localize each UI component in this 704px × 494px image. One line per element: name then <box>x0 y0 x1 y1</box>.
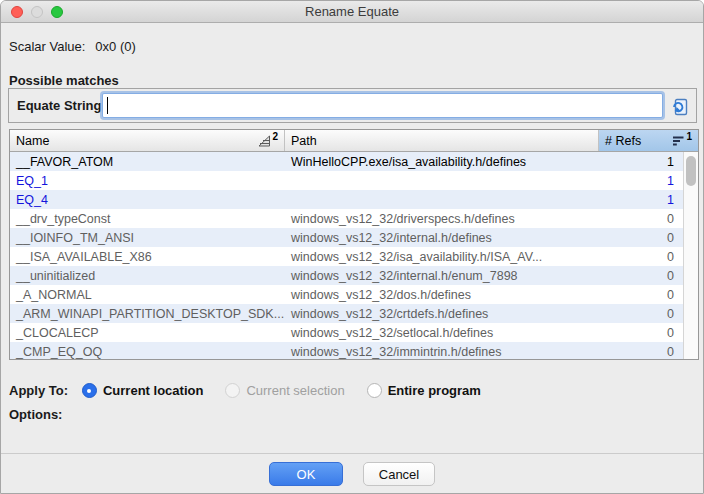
matches-table: Name 2 Path # Refs 1 <box>9 129 699 360</box>
cell-name: EQ_1 <box>10 174 285 188</box>
cell-refs: 0 <box>599 345 683 359</box>
ok-button[interactable]: OK <box>269 462 343 486</box>
sort-descending-icon <box>672 135 685 147</box>
cell-refs: 0 <box>599 250 683 264</box>
column-header-path[interactable]: Path <box>285 130 599 151</box>
scalar-value-row: Scalar Value:0x0 (0) <box>9 39 136 54</box>
cell-path: windows_vs12_32/immintrin.h/defines <box>285 345 599 359</box>
column-header-name[interactable]: Name 2 <box>10 130 285 151</box>
table-header: Name 2 Path # Refs 1 <box>10 130 698 152</box>
cell-name: __ISA_AVAILABLE_X86 <box>10 250 285 264</box>
cell-refs: 1 <box>599 193 683 207</box>
cell-path: windows_vs12_32/setlocal.h/defines <box>285 326 599 340</box>
cell-refs: 0 <box>599 212 683 226</box>
cell-name: _CMP_EQ_OQ <box>10 345 285 359</box>
cancel-button[interactable]: Cancel <box>363 462 435 486</box>
zoom-window-icon[interactable] <box>51 6 63 18</box>
cell-path: windows_vs12_32/internal.h/enum_7898 <box>285 269 599 283</box>
table-row[interactable]: _ARM_WINAPI_PARTITION_DESKTOP_SDK...wind… <box>10 304 683 323</box>
close-window-icon[interactable] <box>11 6 23 18</box>
cell-refs: 0 <box>599 307 683 321</box>
equate-string-input[interactable] <box>102 93 663 118</box>
cell-name: _CLOCALECP <box>10 326 285 340</box>
equate-string-label: Equate String: <box>17 98 106 113</box>
cell-name: __drv_typeConst <box>10 212 285 226</box>
cell-name: _A_NORMAL <box>10 288 285 302</box>
cell-path: windows_vs12_32/dos.h/defines <box>285 288 599 302</box>
minimize-window-icon <box>31 6 43 18</box>
cell-name: __uninitialized <box>10 269 285 283</box>
scrollbar-thumb[interactable] <box>686 156 696 186</box>
titlebar: Rename Equate <box>1 1 703 23</box>
cell-refs: 1 <box>599 155 683 169</box>
table-row[interactable]: __drv_typeConstwindows_vs12_32/driverspe… <box>10 209 683 228</box>
vertical-scrollbar[interactable] <box>683 152 698 359</box>
table-row[interactable]: EQ_11 <box>10 171 683 190</box>
text-caret <box>107 97 108 114</box>
table-row[interactable]: __uninitializedwindows_vs12_32/internal.… <box>10 266 683 285</box>
cell-name: _ARM_WINAPI_PARTITION_DESKTOP_SDK... <box>10 307 285 321</box>
table-row[interactable]: __IOINFO_TM_ANSIwindows_vs12_32/internal… <box>10 228 683 247</box>
cell-name: __FAVOR_ATOM <box>10 155 285 169</box>
scalar-value: 0x0 (0) <box>95 39 135 54</box>
cell-name: __IOINFO_TM_ANSI <box>10 231 285 245</box>
sort-rank-2: 2 <box>272 131 278 142</box>
table-row[interactable]: __FAVOR_ATOMWinHelloCPP.exe/isa_availabi… <box>10 152 683 171</box>
cell-refs: 0 <box>599 326 683 340</box>
rename-equate-dialog: Rename Equate Scalar Value:0x0 (0) Possi… <box>0 0 704 494</box>
radio-entire-program[interactable]: Entire program <box>367 383 481 398</box>
cell-path: windows_vs12_32/isa_availability.h/ISA_A… <box>285 250 599 264</box>
options-label: Options: <box>9 407 62 422</box>
cell-path: WinHelloCPP.exe/isa_availability.h/defin… <box>285 155 599 169</box>
apply-equate-icon[interactable] <box>671 98 689 116</box>
column-header-refs[interactable]: # Refs 1 <box>599 130 698 151</box>
cell-path: windows_vs12_32/crtdefs.h/defines <box>285 307 599 321</box>
cell-refs: 1 <box>599 174 683 188</box>
radio-unselected-icon <box>367 383 382 398</box>
table-row[interactable]: _CMP_EQ_OQwindows_vs12_32/immintrin.h/de… <box>10 342 683 359</box>
document-arrow-icon <box>671 98 689 116</box>
radio-disabled-icon <box>225 383 240 398</box>
table-body: __FAVOR_ATOMWinHelloCPP.exe/isa_availabi… <box>10 152 683 359</box>
sort-ascending-icon <box>258 135 271 147</box>
table-row[interactable]: _CLOCALECPwindows_vs12_32/setlocal.h/def… <box>10 323 683 342</box>
sort-rank-1: 1 <box>686 131 692 142</box>
apply-to-row: Apply To: Current location Current selec… <box>9 383 503 398</box>
equate-string-panel: Equate String: <box>8 88 697 123</box>
cell-refs: 0 <box>599 269 683 283</box>
radio-selected-icon <box>82 383 97 398</box>
cell-refs: 0 <box>599 231 683 245</box>
window-title: Rename Equate <box>1 1 703 23</box>
table-row[interactable]: _A_NORMALwindows_vs12_32/dos.h/defines0 <box>10 285 683 304</box>
table-row[interactable]: __ISA_AVAILABLE_X86windows_vs12_32/isa_a… <box>10 247 683 266</box>
cell-path: windows_vs12_32/internal.h/defines <box>285 231 599 245</box>
cell-path: windows_vs12_32/driverspecs.h/defines <box>285 212 599 226</box>
scalar-value-label: Scalar Value: <box>9 39 85 54</box>
cell-refs: 0 <box>599 288 683 302</box>
apply-to-label: Apply To: <box>9 383 68 398</box>
cell-name: EQ_4 <box>10 193 285 207</box>
footer-separator <box>1 453 703 454</box>
radio-current-selection: Current selection <box>225 383 344 398</box>
table-row[interactable]: EQ_41 <box>10 190 683 209</box>
possible-matches-label: Possible matches <box>9 73 119 88</box>
radio-current-location[interactable]: Current location <box>82 383 203 398</box>
